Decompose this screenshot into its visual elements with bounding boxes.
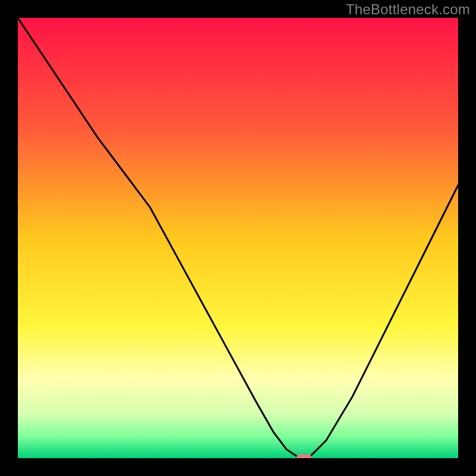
watermark-text: TheBottleneck.com xyxy=(346,1,470,18)
chart-svg xyxy=(18,18,458,458)
chart-frame: TheBottleneck.com xyxy=(0,0,476,476)
optimal-marker xyxy=(296,455,312,459)
gradient-background xyxy=(18,18,458,458)
plot-area xyxy=(18,18,458,458)
